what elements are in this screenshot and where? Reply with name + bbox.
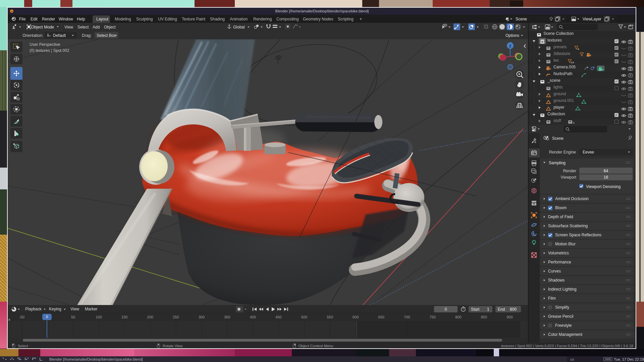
svg-text:Z: Z — [509, 44, 511, 48]
